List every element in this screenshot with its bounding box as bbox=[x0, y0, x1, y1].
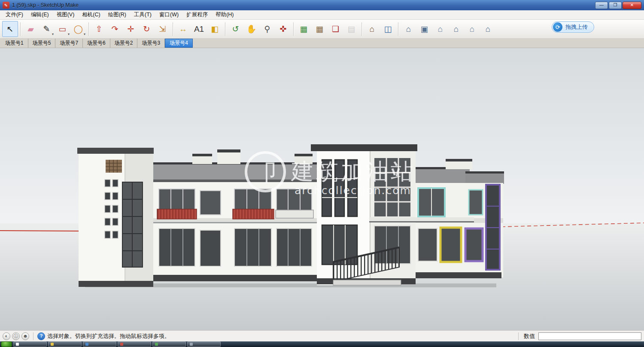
taskbar-item[interactable] bbox=[152, 341, 186, 347]
left-view[interactable]: ⌂ ▾ bbox=[480, 21, 496, 37]
watermark-logo-glyph: 卩 bbox=[254, 160, 276, 186]
help-icon[interactable]: ? bbox=[37, 332, 45, 340]
tool-icon: ↔ bbox=[179, 25, 187, 33]
right-view[interactable]: ⌂ ▾ bbox=[448, 21, 464, 37]
tool-icon: ⌂ bbox=[438, 25, 443, 33]
menu-item[interactable]: 工具(T) bbox=[130, 10, 155, 19]
tool-icon: ⌂ bbox=[470, 25, 474, 33]
measurement-input[interactable] bbox=[538, 332, 641, 340]
circle-tool[interactable]: ◯ ▾ bbox=[70, 21, 86, 37]
orbit-tool[interactable]: ↺ ▾ bbox=[228, 21, 243, 37]
back-view[interactable]: ⌂ ▾ bbox=[464, 21, 480, 37]
tool-icon: ⌂ bbox=[486, 25, 490, 33]
viewport-canvas[interactable]: 卩 建筑加油站 archcollection.com bbox=[0, 48, 644, 330]
scale-tool[interactable]: ⇲ ▾ bbox=[155, 21, 170, 37]
tool-icon: ❏ bbox=[332, 25, 339, 33]
menu-item[interactable]: 帮助(H) bbox=[212, 10, 237, 19]
rotate-tool[interactable]: ↻ ▾ bbox=[139, 21, 155, 37]
tool-icon: ◫ bbox=[384, 25, 392, 33]
tool-icon: ▦ bbox=[300, 25, 308, 33]
menu-item[interactable]: 文件(F) bbox=[2, 10, 27, 19]
taskbar-item[interactable] bbox=[13, 341, 47, 347]
scene-tab-3[interactable]: 场景号3 bbox=[137, 39, 165, 48]
sign-in-icon[interactable]: ☻ bbox=[21, 332, 29, 340]
taskbar-item-icon bbox=[120, 343, 123, 346]
watermark-title: 建筑加油站 bbox=[291, 158, 416, 184]
menu-bar: 文件(F)编辑(E)视图(V)相机(C)绘图(R)工具(T)窗口(W)扩展程序帮… bbox=[0, 10, 644, 20]
measurement-label: 数值 bbox=[524, 332, 535, 340]
scene-tab-4[interactable]: 场景号4 bbox=[165, 39, 193, 48]
tool-icon: ▤ bbox=[348, 25, 355, 33]
taskbar-item[interactable] bbox=[48, 341, 82, 347]
eraser-tool[interactable]: ▰ ▾ bbox=[23, 21, 39, 37]
claim-credit-icon[interactable]: ⓘ bbox=[12, 332, 20, 340]
rectangle-tool[interactable]: ▭ ▾ bbox=[55, 21, 70, 37]
follow-me-tool[interactable]: ↷ ▾ bbox=[107, 21, 123, 37]
iso-view[interactable]: ⌂ ▾ bbox=[401, 21, 416, 37]
paint-bucket-tool[interactable]: ◧ ▾ bbox=[207, 21, 223, 37]
dropdown-arrow-icon: ▾ bbox=[68, 32, 70, 36]
taskbar-item-icon bbox=[85, 343, 88, 346]
taskbar-item-icon bbox=[51, 343, 54, 346]
tool-icon: ✎ bbox=[43, 25, 50, 33]
sketchup-window: ✎ 1 (59).skp - SketchUp Make — ❐ ✕ 文件(F)… bbox=[0, 0, 644, 347]
top-view[interactable]: ▣ ▾ bbox=[416, 21, 432, 37]
maximize-button[interactable]: ❐ bbox=[609, 2, 622, 9]
taskbar-item-icon bbox=[190, 343, 193, 346]
preview-earth-tool[interactable]: ▤ ▾ bbox=[343, 21, 359, 37]
line-tool[interactable]: ✎ ▾ bbox=[39, 21, 55, 37]
tape-measure-tool[interactable]: ↔ ▾ bbox=[175, 21, 191, 37]
toolbar-separator bbox=[293, 22, 294, 36]
tool-icon: ✋ bbox=[246, 25, 257, 33]
share-model-tool[interactable]: ◫ ▾ bbox=[380, 21, 396, 37]
scene-tab-7[interactable]: 场景号7 bbox=[55, 39, 83, 48]
zoom-tool[interactable]: ⚲ ▾ bbox=[259, 21, 275, 37]
tool-icon: ▰ bbox=[27, 25, 34, 33]
menu-item[interactable]: 窗口(W) bbox=[155, 10, 182, 19]
menu-item[interactable]: 绘图(R) bbox=[104, 10, 130, 19]
taskbar-item[interactable] bbox=[118, 341, 151, 347]
scene-tab-label: 场景号7 bbox=[60, 40, 78, 47]
status-icons: ◐ⓘ☻ bbox=[3, 332, 29, 340]
tool-icon: ✛ bbox=[128, 25, 134, 33]
zoom-extents-tool[interactable]: ✜ ▾ bbox=[275, 21, 291, 37]
select-tool[interactable]: ↖ ▾ bbox=[2, 21, 18, 37]
scene-tab-5[interactable]: 场景号5 bbox=[28, 39, 56, 48]
toolbar: ↖ ▾ ▰ ▾ ✎ ▾ ▭ ▾ ◯ ▾ ⇧ ▾ ↷ ▾ ✛ ▾ bbox=[0, 20, 644, 39]
get-models-tool[interactable]: ⌂ ▾ bbox=[364, 21, 380, 37]
menu-item[interactable]: 相机(C) bbox=[78, 10, 104, 19]
tool-icon: ✜ bbox=[280, 25, 287, 33]
photo-textures-tool[interactable]: ❏ ▾ bbox=[328, 21, 343, 37]
taskbar-item[interactable] bbox=[83, 341, 116, 347]
text-tool[interactable]: A1 ▾ bbox=[191, 21, 207, 37]
scene-tab-6[interactable]: 场景号6 bbox=[83, 39, 110, 48]
menu-item[interactable]: 视图(V) bbox=[53, 10, 79, 19]
toggle-terrain-tool[interactable]: ▦ ▾ bbox=[312, 21, 328, 37]
upload-label: 拖拽上传 bbox=[565, 23, 588, 31]
tool-icon: ⇲ bbox=[159, 25, 166, 33]
tool-icon: ⌂ bbox=[370, 25, 374, 33]
close-button[interactable]: ✕ bbox=[623, 2, 641, 9]
canopy bbox=[369, 217, 474, 221]
taskbar-item[interactable] bbox=[187, 341, 221, 347]
tool-icon: ▦ bbox=[316, 25, 324, 33]
push-pull-tool[interactable]: ⇧ ▾ bbox=[91, 21, 107, 37]
drag-upload-button[interactable]: ⟳ 拖拽上传 bbox=[552, 21, 594, 33]
menu-item[interactable]: 编辑(E) bbox=[27, 10, 53, 19]
scene-tab-1[interactable]: 场景号1 bbox=[1, 39, 28, 48]
tool-icon: ⚲ bbox=[264, 25, 270, 33]
toolbar-separator bbox=[398, 22, 398, 36]
geolocation-status-icon[interactable]: ◐ bbox=[3, 332, 10, 340]
toolbar-separator bbox=[20, 22, 21, 36]
taskbar-item-icon bbox=[16, 343, 19, 346]
add-location-tool[interactable]: ▦ ▾ bbox=[296, 21, 312, 37]
scene-tab-2[interactable]: 场景号2 bbox=[110, 39, 138, 48]
minimize-button[interactable]: — bbox=[595, 2, 608, 9]
tool-icon: ▣ bbox=[421, 25, 428, 33]
menu-item[interactable]: 扩展程序 bbox=[182, 10, 212, 19]
pan-tool[interactable]: ✋ ▾ bbox=[243, 21, 259, 37]
move-tool[interactable]: ✛ ▾ bbox=[123, 21, 139, 37]
start-button[interactable] bbox=[1, 341, 12, 347]
tool-icon: ⌂ bbox=[454, 25, 459, 33]
front-view[interactable]: ⌂ ▾ bbox=[432, 21, 448, 37]
